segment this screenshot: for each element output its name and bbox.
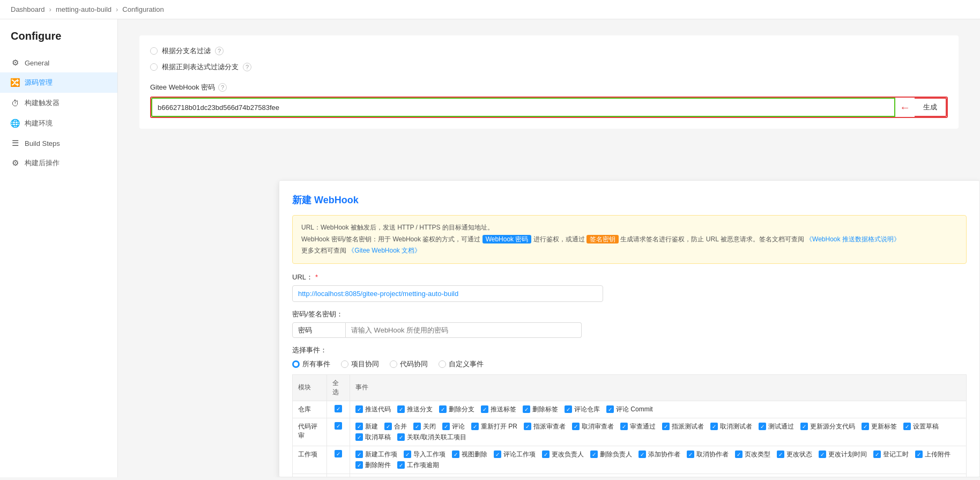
event-item[interactable]: ✓推送代码 — [355, 405, 391, 414]
event-item[interactable]: ✓视图删除 — [452, 450, 487, 459]
event-item[interactable]: ✓合并 — [384, 422, 407, 431]
event-project[interactable]: 项目协同 — [341, 359, 379, 369]
events-section: 选择事件： 所有事件 项目协同 代码协同 — [292, 345, 967, 477]
cell-module-0: 仓库 — [293, 401, 327, 418]
event-item[interactable]: ✓更改负责人 — [542, 450, 584, 459]
webhook-input-inner — [151, 98, 895, 117]
info-link-2[interactable]: 《Gitee WebHook 文档》 — [348, 247, 421, 254]
event-item[interactable]: ✓评论 Commit — [606, 405, 653, 414]
event-item[interactable]: ✓新建工作项 — [355, 450, 397, 459]
event-item[interactable]: ✓更改计划时间 — [819, 450, 867, 459]
webhook-input[interactable] — [152, 99, 894, 116]
password-type-select[interactable]: 密码 签名密钥 — [292, 322, 346, 338]
checkbox-icon: ✓ — [662, 423, 670, 430]
event-custom[interactable]: 自定义事件 — [439, 359, 484, 369]
event-item[interactable]: ✓测试通过 — [759, 422, 794, 431]
password-input[interactable] — [346, 322, 582, 338]
event-item[interactable]: ✓重新打开 PR — [471, 422, 517, 431]
checkbox-icon: ✓ — [777, 451, 784, 458]
event-label: 取消草稿 — [365, 433, 391, 442]
table-row: 仓库✓✓推送代码✓推送分支✓删除分支✓推送标签✓删除标签✓评论仓库✓评论 Com… — [293, 401, 967, 418]
event-item[interactable]: ✓更改状态 — [777, 450, 812, 459]
event-item[interactable]: ✓取消审查者 — [572, 422, 614, 431]
event-label: 更新标签 — [871, 422, 897, 431]
event-item[interactable]: ✓删除标签 — [523, 405, 558, 414]
radio-custom — [439, 360, 446, 368]
breadcrumb-project[interactable]: metting-auto-build — [56, 5, 112, 13]
cell-all-0[interactable]: ✓ — [326, 401, 350, 418]
modal-info-box: URL：WebHook 被触发后，发送 HTTP / HTTPS 的目标通知地址… — [292, 215, 967, 264]
webhook-section: Gitee WebHook 密码 ? ← 生成 — [150, 83, 948, 118]
password-form-group: 密码/签名密钥： 密码 签名密钥 — [292, 309, 967, 338]
event-item[interactable]: ✓删除负责人 — [590, 450, 632, 459]
event-item[interactable]: ✓评论 — [442, 422, 465, 431]
webhook-label: Gitee WebHook 密码 ? — [150, 83, 948, 92]
breadcrumb-dashboard[interactable]: Dashboard — [11, 5, 45, 13]
sidebar-label-build-steps: Build Steps — [25, 139, 60, 147]
event-item[interactable]: ✓页改类型 — [735, 450, 770, 459]
event-label: 推送分支 — [407, 405, 433, 414]
sidebar-item-build-steps[interactable]: ☰ Build Steps — [0, 134, 117, 153]
event-item[interactable]: ✓设置草稿 — [903, 422, 939, 431]
event-item[interactable]: ✓关闭 — [413, 422, 436, 431]
event-item[interactable]: ✓取消测试者 — [710, 422, 752, 431]
event-item[interactable]: ✓指派审查者 — [524, 422, 566, 431]
help-icon-2[interactable]: ? — [243, 63, 251, 71]
sidebar-item-trigger[interactable]: ⏱ 构建触发器 — [0, 93, 117, 113]
event-item[interactable]: ✓评论仓库 — [565, 405, 600, 414]
event-label: 工作项逾期 — [407, 461, 439, 470]
event-item[interactable]: ✓审查通过 — [620, 422, 656, 431]
event-item[interactable]: ✓评论工作项 — [494, 450, 536, 459]
event-item[interactable]: ✓删除分支 — [439, 405, 474, 414]
info-line2-suffix: 生成请求签名进行鉴权，防止 URL 被恶意请求。签名文档可查阅 — [620, 235, 804, 243]
event-label: 视图删除 — [462, 450, 487, 459]
event-item[interactable]: ✓取消草稿 — [355, 433, 391, 442]
info-link-1[interactable]: 《WebHook 推送数据格式说明》 — [806, 235, 900, 243]
event-item[interactable]: ✓更新源分支代码 — [800, 422, 855, 431]
event-label: 更改状态 — [786, 450, 812, 459]
event-label: 删除分支 — [449, 405, 474, 414]
table-row: 代码评审✓✓新建✓合并✓关闭✓评论✓重新打开 PR✓指派审查者✓取消审查者✓审查… — [293, 418, 967, 446]
event-item[interactable]: ✓推送标签 — [481, 405, 516, 414]
event-item[interactable]: ✓指派测试者 — [662, 422, 704, 431]
info-line3-prefix: 更多文档可查阅 — [301, 247, 346, 254]
checkbox-icon: ✓ — [384, 423, 392, 430]
event-item[interactable]: ✓添加协作者 — [639, 450, 680, 459]
event-label: 更新源分支代码 — [810, 422, 855, 431]
radio-all — [292, 360, 300, 368]
event-item[interactable]: ✓上传附件 — [915, 450, 951, 459]
event-item[interactable]: ✓工作项逾期 — [397, 461, 439, 470]
generate-button[interactable]: 生成 — [915, 98, 947, 117]
event-item[interactable]: ✓登记工时 — [873, 450, 909, 459]
filter-by-regex[interactable]: 根据正则表达式过滤分支 ? — [150, 62, 948, 72]
event-all[interactable]: 所有事件 — [292, 359, 330, 369]
event-label: 更改负责人 — [552, 450, 584, 459]
sidebar-label-trigger: 构建触发器 — [25, 98, 60, 108]
event-item[interactable]: ✓取消协作者 — [687, 450, 729, 459]
checkbox-icon: ✓ — [523, 405, 530, 413]
event-item[interactable]: ✓推送分支 — [397, 405, 433, 414]
event-item[interactable]: ✓导入工作项 — [404, 450, 446, 459]
event-label: 取消测试者 — [720, 422, 752, 431]
event-item[interactable]: ✓删除附件 — [355, 461, 391, 470]
branch-icon: 🔀 — [11, 78, 19, 87]
breadcrumb-sep-1: › — [49, 5, 51, 13]
sidebar-item-post-build[interactable]: ⚙ 构建后操作 — [0, 153, 117, 173]
cell-all-2[interactable]: ✓ — [326, 446, 350, 474]
url-input[interactable] — [292, 285, 603, 302]
sidebar-item-general[interactable]: ⚙ General — [0, 53, 117, 72]
event-label: 测试通过 — [768, 422, 794, 431]
cell-all-1[interactable]: ✓ — [326, 418, 350, 446]
cell-all-3[interactable]: ✓ — [326, 474, 350, 477]
sidebar-item-env[interactable]: 🌐 构建环境 — [0, 113, 117, 134]
event-item[interactable]: ✓关联/取消关联工项目 — [397, 433, 466, 442]
event-item[interactable]: ✓更新标签 — [862, 422, 897, 431]
info-line-3: 更多文档可查阅 《Gitee WebHook 文档》 — [301, 245, 957, 257]
help-icon-1[interactable]: ? — [215, 47, 224, 55]
filter-by-branch-name[interactable]: 根据分支名过滤 ? — [150, 46, 948, 56]
event-code[interactable]: 代码协同 — [390, 359, 428, 369]
modal-overlay: 新建 WebHook URL：WebHook 被触发后，发送 HTTP / HT… — [279, 159, 980, 477]
sidebar-item-source[interactable]: 🔀 源码管理 — [0, 72, 117, 93]
webhook-help-icon[interactable]: ? — [218, 83, 227, 92]
event-item[interactable]: ✓新建 — [355, 422, 378, 431]
